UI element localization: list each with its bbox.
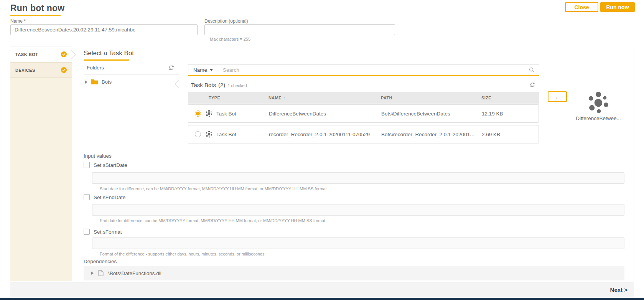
section-heading: Select a Task Bot [84,49,134,57]
header-type[interactable]: TYPE [203,96,263,100]
task-bot-icon [205,110,213,117]
title-underline [10,15,61,16]
list-count: (2) [218,82,225,88]
active-tab-pointer [67,50,76,59]
task-bot-icon [205,130,213,138]
dependencies-title: Dependencies [84,259,117,264]
checkbox-row-sstartdate: Set sStartDate [84,162,127,168]
senddate-checkbox[interactable] [84,194,90,200]
table-header: TYPE NAME ↑ PATH SIZE [188,92,539,104]
devices-check-icon [61,67,67,73]
file-icon [98,270,104,276]
row-size: 12.19 KB [476,111,539,117]
folder-label: Bots [102,79,112,85]
sformat-checkbox[interactable] [84,229,90,235]
row-type: Task Bot [216,111,236,117]
row-name: recorder_Recorder_2.0.1-20200111-070529 [264,132,376,137]
senddate-helper: End date for difference, can be MM/DD/YY… [100,218,325,223]
sformat-helper: Format of the difference - supports eith… [100,252,265,256]
sort-asc-icon: ↑ [283,96,285,100]
sstartdate-checkbox[interactable] [84,162,90,168]
sformat-field[interactable] [92,237,624,249]
description-input[interactable] [204,24,395,35]
close-button[interactable]: Close [565,2,598,12]
header-path[interactable]: PATH [376,96,476,100]
wizard-sidebar: TASK BOT DEVICES [10,46,72,281]
expand-arrow-icon[interactable] [91,272,94,275]
row-type: Task Bot [216,132,236,137]
sidebar-tab-task-bot-label: TASK BOT [15,52,38,57]
section-heading-underline [84,59,129,61]
folders-divider [84,74,179,74]
sidebar-tab-devices[interactable]: DEVICES [10,62,72,78]
selected-bot-icon [586,91,610,115]
row-name: DifferenceBetweenDates [264,111,376,117]
senddate-field[interactable] [92,204,624,216]
expand-arrow-icon[interactable] [85,81,87,84]
table-row[interactable]: Task Bot DifferenceBetweenDates Bots\Dif… [188,104,539,123]
next-button[interactable]: Next > [610,287,628,293]
folders-title: Folders [87,65,104,71]
content-right-edge [634,46,634,281]
page-title: Run bot now [10,3,64,13]
header-name[interactable]: NAME ↑ [263,96,376,100]
run-now-button[interactable]: Run now [600,2,635,12]
description-label: Description (optional) [204,18,248,24]
selected-bot-name: DifferenceBetwee... [564,115,633,121]
wizard-footer: Next > [10,282,634,297]
name-label: Name * [10,18,26,24]
description-helper: Max characters = 255 [210,37,250,41]
row-path: Bots\recorder_Recorder_2.0.1-20200111... [376,132,476,137]
task-bot-check-icon [61,51,67,57]
input-values-title: Input values [84,153,112,159]
list-title: Task Bots (2) 1 checked [191,82,247,88]
left-arrow-icon: ← [555,94,560,100]
folder-selection-pointer [175,80,184,89]
row-path: Bots\DifferenceBetweenDates [376,111,476,117]
name-input[interactable] [10,24,198,35]
search-input[interactable] [218,67,529,73]
list-title-text: Task Bots [191,82,216,88]
row-size: 2.69 KB [476,132,539,137]
caret-down-icon [210,69,213,71]
header-size[interactable]: SIZE [476,96,539,100]
sidebar-tab-task-bot[interactable]: TASK BOT [10,46,72,62]
sstartdate-helper: Start date for difference, can be MM/DD/… [100,186,327,191]
row-radio-unselected[interactable] [195,131,201,137]
sstartdate-field[interactable] [92,172,624,184]
folders-refresh-icon[interactable] [168,64,175,71]
checkbox-row-senddate: Set sEndDate [84,194,125,200]
search-filter-dropdown[interactable]: Name [188,64,218,75]
search-icon[interactable] [529,67,535,73]
sstartdate-label: Set sStartDate [94,162,127,168]
panel-divider [179,62,179,153]
bottom-edge-bar [0,298,644,300]
dependency-label: \Bots\DateFunctions.dll [108,270,161,276]
dependency-row[interactable]: \Bots\DateFunctions.dll [84,266,624,280]
list-refresh-icon[interactable] [529,82,535,88]
senddate-label: Set sEndDate [94,195,125,200]
table-row[interactable]: Task Bot recorder_Recorder_2.0.1-2020011… [188,125,539,143]
header-name-label: NAME [268,96,282,100]
checkbox-row-sformat: Set sFormat [84,229,122,235]
folder-tree-item-bots[interactable]: Bots [85,79,112,85]
search-bar: Name [188,64,539,76]
folder-icon [91,79,98,85]
search-filter-label: Name [193,67,207,73]
sformat-label: Set sFormat [94,229,122,235]
sidebar-tab-devices-label: DEVICES [15,68,35,73]
deselect-arrow-button[interactable]: ← [548,91,567,102]
row-radio-selected[interactable] [195,110,201,117]
checked-note: 1 checked [227,83,247,88]
